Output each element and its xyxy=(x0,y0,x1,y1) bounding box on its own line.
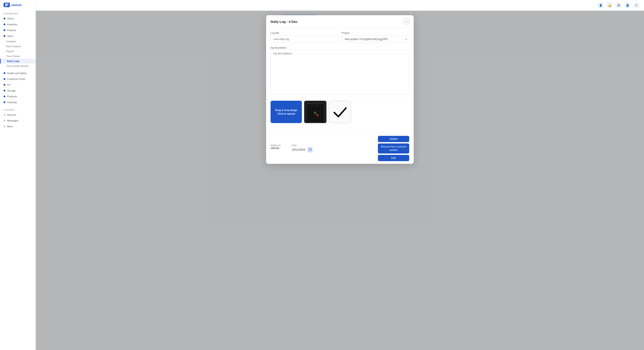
topbar: 👤 🔔 ⚙️ 👤 ✕ xyxy=(36,0,322,11)
sidebar-label-home: Home xyxy=(7,17,14,20)
sidebar-sub-add-contacts[interactable]: Add Contacts xyxy=(0,44,36,49)
image-upload-button[interactable]: Drag & drop Image Click to upload xyxy=(270,101,302,123)
calendar-dot xyxy=(4,101,5,103)
messages-dot xyxy=(4,120,5,122)
modal-body: Log title Project new project-YccSgdlnVx… xyxy=(266,28,322,133)
date-group: Date 14/11/2023 xyxy=(292,144,313,153)
health-dot xyxy=(4,72,5,74)
date-value-row: 14/11/2023 xyxy=(292,147,313,153)
sidebar-item-messages[interactable]: Messages xyxy=(0,118,36,124)
sidebar-label-iot: IoT xyxy=(7,84,11,86)
sidebar-sub-time-sheets[interactable]: Time Sheets xyxy=(0,54,36,59)
modal-title: Daily Log - 4 Dec xyxy=(270,20,298,24)
svg-text:9: 9 xyxy=(310,106,310,107)
sidebar-item-team[interactable]: Team xyxy=(0,33,36,39)
images-section: Drag & drop Image Click to upload xyxy=(270,98,322,126)
sidebar-label-health: Health and Safety xyxy=(7,72,26,75)
added-by-value: sitehub xyxy=(270,147,281,150)
svg-text:8: 8 xyxy=(308,106,308,107)
sidebar-item-storage[interactable]: Storage xyxy=(0,88,36,94)
logo-icon xyxy=(4,3,10,7)
svg-rect-0 xyxy=(5,4,8,4)
sidebar-item-iot[interactable]: IoT xyxy=(0,82,36,88)
products-dot xyxy=(4,96,5,97)
description-textarea[interactable] xyxy=(270,50,322,94)
sidebar-item-customer-portal[interactable]: Customer Portal xyxy=(0,76,36,82)
added-by-label: Added by xyxy=(270,144,281,147)
log-title-input[interactable] xyxy=(270,36,322,43)
log-title-project-row: Log title Project new project-YccSgdlnVx… xyxy=(270,32,322,43)
svg-text:Tues: Tues xyxy=(315,106,317,107)
account-dot xyxy=(4,114,5,116)
svg-text:Wed: Wed xyxy=(317,106,319,107)
dashboard-section-label: DASHBOARD xyxy=(0,11,36,16)
upload-line1: Drag & drop Image xyxy=(275,109,297,111)
svg-rect-26 xyxy=(309,149,312,151)
sidebar-sub-contacts[interactable]: Contacts xyxy=(0,39,36,44)
added-by-group: Added by sitehub xyxy=(270,144,281,153)
svg-rect-2 xyxy=(5,6,7,6)
inventory-dot xyxy=(4,24,5,25)
sidebar-item-inventory[interactable]: Inventory xyxy=(0,22,36,27)
log-title-label: Log title xyxy=(270,32,322,34)
sidebar: sitehub DASHBOARD Home Inventory Project… xyxy=(0,0,36,175)
image-thumbnail-calendar[interactable]: 8 9 10 Tues Wed Excel Risk xyxy=(304,101,322,123)
sidebar-label-messages: Messages xyxy=(7,119,18,122)
home-dot xyxy=(4,18,5,20)
customer-portal-dot xyxy=(4,78,5,80)
modal-footer: Added by sitehub Date 14/11/2023 xyxy=(266,133,322,164)
more-dot xyxy=(4,126,5,127)
sidebar-label-account: Account xyxy=(7,114,16,116)
sidebar-item-more[interactable]: More xyxy=(0,124,36,129)
svg-rect-17 xyxy=(314,112,316,114)
sidebar-label-more: More xyxy=(7,125,13,128)
sidebar-item-account[interactable]: Account xyxy=(0,112,36,118)
sidebar-item-products[interactable]: Products xyxy=(0,94,36,99)
upload-line2: Click to upload xyxy=(278,112,295,115)
sidebar-label-products: Products xyxy=(7,95,17,98)
calendar-picker-icon[interactable] xyxy=(307,147,313,153)
description-section: log description xyxy=(270,46,322,95)
date-value: 14/11/2023 xyxy=(292,148,305,151)
sidebar-label-projects: Projects xyxy=(7,29,16,32)
sidebar-item-projects[interactable]: Projects xyxy=(0,27,36,33)
svg-text:Excel: Excel xyxy=(308,103,310,104)
sidebar-label-inventory: Inventory xyxy=(7,23,17,26)
svg-text:Risk: Risk xyxy=(316,103,318,104)
sidebar-logo: sitehub xyxy=(0,3,36,11)
logo-text: sitehub xyxy=(11,3,22,7)
sidebar-label-customer-portal: Customer Portal xyxy=(7,78,25,80)
modal-header: Daily Log - 4 Dec × xyxy=(266,15,322,28)
svg-rect-18 xyxy=(316,114,318,116)
sidebar-label-storage: Storage xyxy=(7,89,16,92)
sidebar-label-calendar: Calendar xyxy=(7,101,17,104)
sidebar-item-home[interactable]: Home xyxy=(0,16,36,22)
description-label: log description xyxy=(270,46,286,49)
footer-left: Added by sitehub Date 14/11/2023 xyxy=(270,144,313,153)
sidebar-item-calendar[interactable]: Calendar xyxy=(0,99,36,105)
svg-rect-1 xyxy=(5,5,8,5)
sidebar-item-health-safety[interactable]: Health and Safety xyxy=(0,70,36,76)
iot-dot xyxy=(4,84,5,86)
sidebar-sub-payroll[interactable]: Payroll xyxy=(0,49,36,54)
log-title-group: Log title xyxy=(270,32,322,43)
modal-overlay: Daily Log - 4 Dec × Log title Project ne… xyxy=(36,11,322,175)
svg-text:10: 10 xyxy=(312,106,313,107)
sidebar-label-team: Team xyxy=(7,35,13,37)
daily-log-modal: Daily Log - 4 Dec × Log title Project ne… xyxy=(266,15,322,164)
date-label: Date xyxy=(292,144,313,147)
projects-dot xyxy=(4,29,5,31)
sidebar-sub-time-sheets-weekly[interactable]: Time Sheets Weekly xyxy=(0,64,36,69)
sidebar-sub-daily-logs[interactable]: Daily Logs xyxy=(0,59,36,64)
team-dot xyxy=(4,35,5,37)
storage-dot xyxy=(4,90,5,92)
account-section-label: ACCOUNT xyxy=(0,107,36,112)
